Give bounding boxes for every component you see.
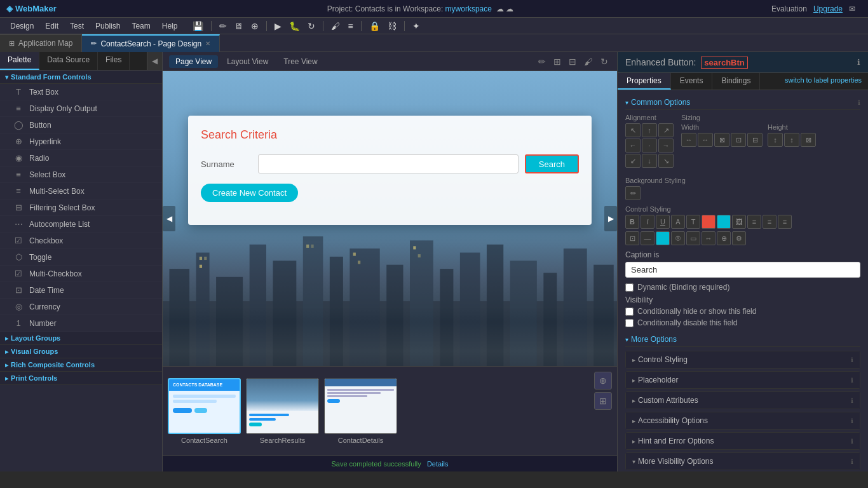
lines-icon[interactable]: ≡ [345,20,355,32]
bg-styling-btn[interactable]: ✏ [625,186,641,200]
info-icon[interactable]: ℹ [857,58,860,67]
width-btn-4[interactable]: ⊡ [731,133,746,147]
palette-item-multiselect[interactable]: ≡ Multi-Select Box [0,183,162,200]
width-btn-2[interactable]: ↔ [698,133,713,147]
right-tab-properties[interactable]: Properties [618,73,671,90]
cs-minus[interactable]: — [641,231,654,245]
custom-attrs-more-header[interactable]: Custom Attributes ℹ [626,392,860,409]
section-print-controls[interactable]: Print Controls [0,372,162,385]
section-rich-composite[interactable]: Rich Composite Controls [0,358,162,372]
cs-font-a[interactable]: A [671,215,685,229]
cs-font-t[interactable]: T [686,215,700,229]
menu-test[interactable]: Test [65,20,89,32]
align-bottom-right[interactable]: ↘ [658,154,674,168]
sitemap-icon[interactable]: ⊕ [248,20,261,32]
canvas-split-icon[interactable]: ⊟ [566,55,579,68]
palette-item-multicheckbox[interactable]: ☑ Multi-Checkbox [0,266,162,282]
placeholder-info[interactable]: ℹ [851,377,853,384]
caption-input[interactable] [625,262,860,278]
align-bottom-center[interactable]: ↓ [642,154,657,168]
right-tab-events[interactable]: Events [671,73,713,90]
ctrl-styling-info[interactable]: ℹ [851,356,853,363]
align-middle-left[interactable]: ← [625,139,641,152]
tab-close-icon[interactable]: ✕ [205,40,210,47]
section-layout-groups[interactable]: Layout Groups [0,332,162,345]
palette-item-checkbox[interactable]: ☑ Checkbox [0,233,162,249]
align-middle-right[interactable]: → [658,139,674,152]
menu-team[interactable]: Team [126,20,155,32]
lock-icon[interactable]: 🔒 [367,20,383,32]
thumb-contactdetails-img[interactable] [324,378,397,434]
cs-gear[interactable]: ⚙ [732,231,746,245]
cs-box[interactable]: ⊡ [625,231,639,245]
palette-item-hyperlink[interactable]: ⊕ Hyperlink [0,133,162,150]
palette-tab-palette[interactable]: Palette [0,52,39,70]
cond-disable-row[interactable]: Conditionally disable this field [625,318,860,327]
switch-to-label[interactable]: switch to label properties [778,73,868,90]
cs-image[interactable]: 🖼 [732,215,746,229]
accessibility-more-header[interactable]: Accessibility Options ℹ [626,412,860,429]
edit-icon[interactable]: ✏ [217,20,229,32]
cs-align-right[interactable]: ≡ [778,215,792,229]
view-tab-page[interactable]: Page View [169,55,218,68]
height-btn-1[interactable]: ↕ [768,133,783,147]
brush-icon[interactable]: 🖌 [329,20,342,32]
palette-item-toggle[interactable]: ⬡ Toggle [0,249,162,266]
more-visibility-info[interactable]: ℹ [851,458,853,465]
menu-help[interactable]: Help [157,20,183,32]
create-contact-button[interactable]: Create New Contact [201,184,298,202]
accessibility-info[interactable]: ℹ [851,417,853,424]
thumb-searchresults-img[interactable] [246,378,319,434]
cs-color-3[interactable] [656,231,670,245]
chain-icon[interactable]: ⛓ [385,20,399,32]
workspace-link[interactable]: myworkspace [445,4,492,13]
save-icon[interactable]: 💾 [190,20,206,32]
canvas-grid-icon[interactable]: ⊞ [551,55,564,68]
common-options-info[interactable]: ℹ [858,99,860,106]
cs-align-left[interactable]: ≡ [747,215,761,229]
palette-collapse-btn[interactable]: ◀ [147,52,162,70]
cond-hide-row[interactable]: Conditionally hide or show this field [625,307,860,316]
play-icon[interactable]: ▶ [272,20,284,32]
menu-publish[interactable]: Publish [90,20,125,32]
canvas-next-arrow[interactable]: ▶ [604,206,617,231]
placeholder-more-header[interactable]: Placeholder ℹ [626,372,860,388]
cs-italic[interactable]: I [641,215,654,229]
dynamic-binding-row[interactable]: Dynamic (Binding required) [625,283,860,292]
palette-item-textbox[interactable]: T Text Box [0,84,162,100]
cs-align-center[interactable]: ≡ [763,215,776,229]
add-page-btn[interactable]: ⊕ [594,372,612,390]
menu-edit[interactable]: Edit [40,20,64,32]
palette-item-button[interactable]: ◯ Button [0,117,162,133]
palette-item-number[interactable]: 1 Number [0,315,162,332]
cond-hide-checkbox[interactable] [625,308,634,316]
cs-color-2[interactable] [717,215,731,229]
right-tab-bindings[interactable]: Bindings [712,73,760,90]
view-tab-tree[interactable]: Tree View [277,55,323,68]
cond-disable-checkbox[interactable] [625,319,634,327]
monitor-icon[interactable]: 🖥 [232,20,246,32]
canvas-prev-arrow[interactable]: ◀ [163,206,175,231]
canvas-brush-icon[interactable]: 🖌 [581,55,595,68]
cs-underline[interactable]: U [656,215,670,229]
align-top-left[interactable]: ↖ [625,123,641,137]
search-button[interactable]: Search [525,154,579,173]
palette-item-filtering[interactable]: ⊟ Filtering Select Box [0,200,162,216]
canvas-refresh-icon[interactable]: ↻ [598,55,611,68]
align-bottom-left[interactable]: ↙ [625,154,641,168]
view-tab-layout[interactable]: Layout View [220,55,275,68]
hint-error-info[interactable]: ℹ [851,438,853,445]
section-standard-form[interactable]: Standard Form Controls [0,71,162,84]
cs-color-1[interactable] [702,215,715,229]
bug-icon[interactable]: 🐛 [287,20,302,32]
width-btn-1[interactable]: ↔ [681,133,696,147]
cs-rect[interactable]: ▭ [686,231,700,245]
cs-circle-r[interactable]: ® [671,231,685,245]
custom-attrs-info[interactable]: ℹ [851,397,853,404]
height-btn-2[interactable]: ↕ [784,133,799,147]
more-options-header[interactable]: More Options [625,332,860,347]
details-link[interactable]: Details [427,460,449,468]
add-linked-btn[interactable]: ⊞ [594,392,612,410]
upgrade-link[interactable]: Upgrade [813,4,843,13]
palette-item-selectbox[interactable]: ≡ Select Box [0,166,162,183]
